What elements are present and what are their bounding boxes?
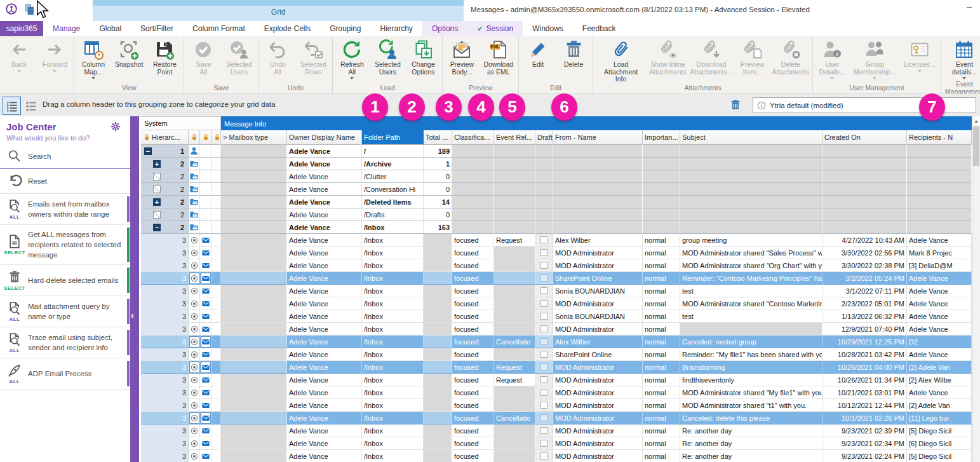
- tab-windows[interactable]: Windows: [523, 21, 573, 36]
- tab-column-format[interactable]: Column Format: [183, 21, 255, 36]
- message-row[interactable]: 3Adele Vance/InboxfocusedMOD Administrat…: [141, 323, 972, 336]
- draft-checkbox[interactable]: [540, 338, 547, 345]
- tab-grouping[interactable]: Grouping: [320, 21, 370, 36]
- vertical-scrollbar[interactable]: ▲: [972, 116, 980, 462]
- scrollbar-thumb[interactable]: [973, 126, 979, 166]
- sidebar-item-trace-email-using-subject-sender-and-rec[interactable]: ALLTrace email using subject, sender and…: [0, 327, 130, 358]
- column-map--button[interactable]: Column Map...: [76, 36, 111, 79]
- column-header-icon3[interactable]: [211, 130, 221, 145]
- expand-icon[interactable]: +: [153, 198, 161, 206]
- draft-checkbox[interactable]: [540, 363, 547, 370]
- draft-checkbox[interactable]: [540, 389, 547, 396]
- column-header-event[interactable]: Event Rel...: [494, 130, 535, 145]
- load-attachment-info-button[interactable]: Load Attachment Info: [594, 36, 647, 83]
- column-header-created[interactable]: Created On: [822, 130, 907, 145]
- scroll-up-button[interactable]: ▲: [972, 116, 980, 126]
- message-row[interactable]: 3Adele Vance/InboxfocusedMOD Administrat…: [141, 450, 972, 462]
- column-header-imp[interactable]: Importan...: [643, 130, 680, 145]
- grid-window-badge[interactable]: Grid: [93, 0, 464, 21]
- change-options-button[interactable]: Change Options: [405, 36, 441, 76]
- column-header-folder[interactable]: Folder Path: [362, 130, 424, 145]
- delete-view-icon[interactable]: [729, 99, 743, 112]
- tab-manage[interactable]: Manage: [43, 21, 90, 36]
- hierarchy-row--Clutter[interactable]: 2Adele Vance/Clutter0: [141, 170, 972, 183]
- minimize-button[interactable]: –: [962, 1, 977, 14]
- sidebar-item-search[interactable]: Search: [0, 144, 130, 169]
- draft-checkbox[interactable]: [540, 236, 547, 243]
- message-row[interactable]: 3Adele Vance/InboxfocusedMOD Administrat…: [141, 399, 972, 412]
- sidebar-collapse-bar[interactable]: ‹: [130, 116, 139, 462]
- draft-checkbox[interactable]: [540, 351, 547, 358]
- message-row[interactable]: 3Adele Vance/InboxfocusedMOD Administrat…: [141, 386, 972, 399]
- message-row[interactable]: 3Adele Vance/InboxfocusedRequestAlex Wil…: [141, 234, 972, 247]
- column-header-owner[interactable]: Owner Display Name: [287, 130, 362, 145]
- tab-session[interactable]: ✔Session: [467, 21, 523, 36]
- message-row[interactable]: 3Adele Vance/InboxfocusedMOD Administrat…: [141, 259, 972, 272]
- edit-button[interactable]: Edit: [520, 36, 556, 69]
- draft-checkbox[interactable]: [540, 313, 547, 320]
- draft-checkbox[interactable]: [540, 325, 547, 332]
- message-row[interactable]: 3Adele Vance/InboxfocusedRequestMOD Admi…: [141, 374, 972, 386]
- copy-icon[interactable]: [23, 3, 36, 19]
- message-row[interactable]: 3Adele Vance/InboxfocusedMOD Administrat…: [141, 297, 972, 310]
- tab-explode-cells[interactable]: Explode Cells: [255, 21, 320, 36]
- hierarchy-row--Drafts[interactable]: 2Adele Vance/Drafts0: [141, 208, 972, 221]
- draft-checkbox[interactable]: [540, 249, 547, 256]
- column-header-total[interactable]: Total ...: [424, 130, 452, 145]
- hierarchy-row--[interactable]: −1Adele Vance/189: [141, 145, 972, 158]
- column-header-class[interactable]: Classifica...: [452, 130, 494, 145]
- column-header-icon1[interactable]: [189, 130, 200, 145]
- sidebar-item-hard-delete-selected-emails[interactable]: SELECTHard-delete selected emails: [0, 265, 130, 296]
- selected-users-button[interactable]: Selected Users: [370, 36, 405, 76]
- draft-checkbox[interactable]: [540, 440, 547, 447]
- column-header-mailbox[interactable]: > Mailbox type: [221, 130, 287, 145]
- expand-icon[interactable]: +: [153, 160, 161, 168]
- app-logo-icon[interactable]: [5, 3, 18, 19]
- draft-checkbox[interactable]: [540, 414, 547, 421]
- message-row[interactable]: 3Adele Vance/InboxfocusedSharePoint Onli…: [141, 348, 972, 361]
- hierarchy-row--Conversation-Hi[interactable]: 2Adele Vance/Conversation Hi0: [141, 183, 972, 196]
- sidebar-item-reset[interactable]: Reset: [0, 169, 130, 194]
- column-header-recipients[interactable]: Recipients - N: [907, 130, 972, 145]
- draft-checkbox[interactable]: [540, 402, 547, 409]
- gear-icon[interactable]: [110, 121, 121, 132]
- hierarchy-row--Deleted-Items[interactable]: +2Adele Vance/Deleted Items14: [141, 196, 972, 208]
- column-header-from[interactable]: From - Name: [553, 130, 643, 145]
- collapse-icon[interactable]: −: [144, 147, 152, 155]
- column-header-hier[interactable]: Hierarc...: [141, 130, 189, 145]
- draft-checkbox[interactable]: [540, 427, 547, 434]
- preview-body--button[interactable]: Preview Body...: [444, 36, 480, 76]
- restore-point-button[interactable]: Restore Point: [147, 36, 182, 76]
- tab-sapio365[interactable]: sapio365: [0, 21, 43, 36]
- message-row-selected[interactable]: 3Adele Vance/InboxfocusedRequestMOD Admi…: [141, 361, 972, 374]
- draft-checkbox[interactable]: [540, 300, 547, 307]
- draft-checkbox[interactable]: [540, 452, 547, 459]
- sidebar-item-get-all-messages-from-recipients-related[interactable]: SELECTGet ALL messages from recipients r…: [0, 225, 130, 265]
- draft-checkbox[interactable]: [540, 287, 547, 294]
- tab-feedback[interactable]: Feedback: [573, 21, 626, 36]
- tab-sort-filter[interactable]: Sort/Filter: [131, 21, 183, 36]
- draft-checkbox[interactable]: [540, 262, 547, 269]
- message-row[interactable]: 3Adele Vance/InboxfocusedMOD Administrat…: [141, 247, 972, 259]
- message-row[interactable]: 3Adele Vance/InboxfocusedMOD Administrat…: [141, 437, 972, 450]
- message-row[interactable]: 3Adele Vance/InboxfocusedSonia BOUNARDJI…: [141, 285, 972, 297]
- tab-hierarchy[interactable]: Hierarchy: [371, 21, 422, 36]
- tab-options[interactable]: Options: [422, 21, 467, 36]
- collapse-icon[interactable]: −: [153, 224, 161, 231]
- refresh-all-button[interactable]: Refresh All: [334, 36, 370, 79]
- sidebar-item-adp-email-process[interactable]: ALLADP Email Process: [0, 358, 130, 390]
- delete-button[interactable]: Delete: [556, 36, 591, 69]
- hierarchy-row--Inbox[interactable]: −2Adele Vance/Inbox163: [141, 221, 972, 234]
- grouping-view-toggle-list[interactable]: [22, 97, 40, 115]
- draft-checkbox[interactable]: [540, 275, 547, 282]
- snapshot-button[interactable]: Snapshot: [111, 36, 147, 69]
- draft-checkbox[interactable]: [540, 376, 547, 383]
- message-row[interactable]: 3Adele Vance/InboxfocusedMOD Administrat…: [141, 425, 972, 437]
- column-header-icon2[interactable]: [200, 130, 211, 145]
- grouping-view-toggle-tree[interactable]: [3, 97, 21, 115]
- message-row-selected[interactable]: 3Adele Vance/InboxfocusedCancellatioMOD …: [141, 412, 972, 425]
- column-header-draft[interactable]: Draft: [535, 130, 553, 145]
- message-row[interactable]: 3Adele Vance/InboxfocusedSonia BOUNARDJI…: [141, 310, 972, 323]
- hierarchy-row--Archive[interactable]: +2Adele Vance/Archive1: [141, 158, 972, 170]
- download-as-eml-button[interactable]: EMLDownload as EML: [480, 36, 517, 76]
